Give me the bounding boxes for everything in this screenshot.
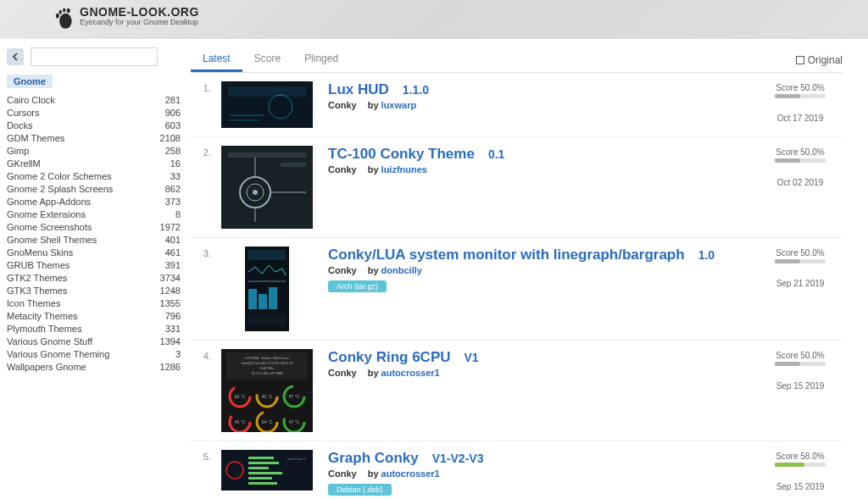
category-item[interactable]: GnoMenu Skins461 [7, 246, 182, 258]
category-item[interactable]: Various Gnome Stuff1394 [7, 335, 182, 347]
category-item[interactable]: Gnome Screenshots1972 [7, 220, 182, 233]
square-icon [796, 56, 804, 64]
category-item[interactable]: Wallpapers Gnome1286 [7, 360, 182, 373]
item-author[interactable]: donbcilly [381, 265, 422, 275]
category-item[interactable]: Icon Themes1355 [7, 297, 182, 309]
svg-point-3 [63, 8, 65, 12]
category-count: 1972 [160, 222, 181, 232]
category-item[interactable]: Gnome App-Addons373 [7, 195, 182, 208]
download-badge[interactable]: Debian (.deb) [328, 484, 392, 496]
item-info: Conky Ring 6CPUV1Conky by autocrosser1 [318, 349, 758, 432]
svg-text:40 °C: 40 °C [262, 394, 273, 399]
category-item[interactable]: Docks603 [7, 119, 182, 131]
category-item[interactable]: Metacity Themes796 [7, 309, 182, 322]
tab-score[interactable]: Score [242, 47, 292, 72]
item-title[interactable]: TC-100 Conky Theme [328, 146, 475, 163]
item-version: V1 [465, 351, 479, 364]
item-author[interactable]: autocrosser1 [381, 469, 440, 479]
category-name: Gnome App-Addons [7, 197, 91, 207]
svg-rect-50 [248, 477, 272, 480]
item-thumbnail[interactable] [221, 146, 313, 229]
category-item[interactable]: Cairo Clock281 [7, 93, 182, 106]
item-category[interactable]: Conky [328, 368, 357, 378]
item-thumbnail[interactable] [221, 247, 313, 331]
category-item[interactable]: GDM Themes2108 [7, 131, 182, 144]
category-item[interactable]: GKrellM16 [7, 157, 182, 169]
category-item[interactable]: GTK3 Themes1248 [7, 284, 182, 297]
category-count: 391 [165, 260, 181, 270]
category-item[interactable]: Gnome Extensions8 [7, 208, 182, 220]
back-button[interactable] [7, 48, 24, 65]
item-number: 3. [191, 247, 216, 331]
category-count: 1248 [160, 286, 181, 296]
category-item[interactable]: Gnome 2 Splash Screens862 [7, 182, 182, 195]
item-author[interactable]: luizfnunes [381, 164, 427, 175]
category-name: Docks [7, 120, 33, 130]
svg-text:3.40 GHz: 3.40 GHz [260, 366, 275, 370]
item-title[interactable]: Conky/LUA system monitor with linegraph/… [328, 247, 685, 263]
item-title[interactable]: Lux HUD [328, 81, 389, 98]
category-name: Gnome Extensions [7, 209, 86, 219]
category-item[interactable]: Plymouth Themes331 [7, 322, 182, 335]
product-item: 1.Lux HUD1.1.0Conky by luxwarpScore 50.0… [191, 78, 843, 137]
item-category[interactable]: Conky [328, 100, 357, 110]
score-bar [775, 94, 826, 98]
category-count: 258 [165, 146, 181, 156]
score-label: Score 50.0% [758, 351, 843, 360]
logo-title: GNOME-LOOK.ORG [80, 5, 199, 19]
original-link[interactable]: Original [796, 54, 843, 66]
svg-rect-51 [248, 482, 277, 485]
item-version: V1-V2-V3 [432, 452, 484, 465]
svg-rect-21 [248, 280, 286, 282]
category-item[interactable]: Gnome Shell Themes401 [7, 233, 182, 246]
item-category[interactable]: Conky [328, 265, 357, 275]
sort-tabs: Latest Score Plinged [191, 47, 350, 72]
tab-latest[interactable]: Latest [191, 47, 242, 72]
category-count: 373 [165, 197, 181, 207]
active-category[interactable]: Gnome [7, 75, 53, 88]
category-count: 862 [165, 184, 181, 194]
category-item[interactable]: Various Gnome Theming3 [7, 347, 182, 360]
item-info: Conky/LUA system monitor with linegraph/… [318, 247, 758, 331]
chevron-left-icon [12, 53, 19, 61]
item-version: 1.0 [698, 248, 715, 262]
content-area: Latest Score Plinged Original 1.Lux HUD1… [182, 39, 868, 499]
score-bar [775, 259, 826, 263]
item-thumbnail[interactable]: SYSTEM: Debian GNU/LinuxIntel(R) Xeon(R)… [221, 349, 313, 432]
svg-point-1 [56, 14, 59, 19]
svg-point-0 [59, 14, 72, 29]
item-stats: Score 58.0%Sep 15 2019 [758, 450, 843, 496]
item-author[interactable]: luxwarp [381, 100, 417, 110]
search-input[interactable] [31, 47, 158, 66]
item-category[interactable]: Conky [328, 164, 357, 175]
item-thumbnail[interactable]: Intel Core i7 [221, 450, 313, 496]
item-thumbnail[interactable] [221, 81, 313, 128]
category-name: Plymouth Themes [7, 324, 81, 334]
score-label: Score 50.0% [758, 147, 843, 157]
item-title[interactable]: Graph Conky [328, 450, 419, 467]
category-name: GnoMenu Skins [7, 247, 73, 258]
item-stats: Score 50.0%Sep 21 2019 [758, 247, 843, 331]
category-count: 906 [165, 108, 181, 118]
item-title[interactable]: Conky Ring 6CPU [328, 349, 451, 366]
product-item: 2.TC-100 Conky Theme0.1Conky by luizfnun… [191, 137, 843, 238]
category-item[interactable]: Gimp258 [7, 144, 182, 157]
category-item[interactable]: GRUB Themes391 [7, 258, 182, 271]
category-count: 2108 [160, 133, 181, 143]
by-label: by [365, 265, 381, 275]
tab-plinged[interactable]: Plinged [292, 47, 350, 72]
category-item[interactable]: Cursors906 [7, 106, 182, 119]
svg-rect-25 [248, 314, 286, 326]
logo[interactable]: GNOME-LOOK.ORG Eyecandy for your Gnome D… [51, 5, 199, 30]
item-version: 1.1.0 [403, 83, 429, 97]
gnome-foot-icon [51, 7, 75, 30]
category-name: Wallpapers Gnome [7, 362, 86, 372]
item-author[interactable]: autocrosser1 [381, 368, 440, 378]
item-number: 2. [191, 146, 216, 229]
item-category[interactable]: Conky [328, 469, 357, 479]
logo-tagline: Eyecandy for your Gnome Desktop [80, 18, 199, 26]
download-badge[interactable]: Arch (tar.gz) [328, 280, 387, 292]
category-item[interactable]: GTK2 Themes3734 [7, 271, 182, 284]
category-count: 461 [165, 247, 181, 258]
category-item[interactable]: Gnome 2 Color Schemes33 [7, 169, 182, 182]
